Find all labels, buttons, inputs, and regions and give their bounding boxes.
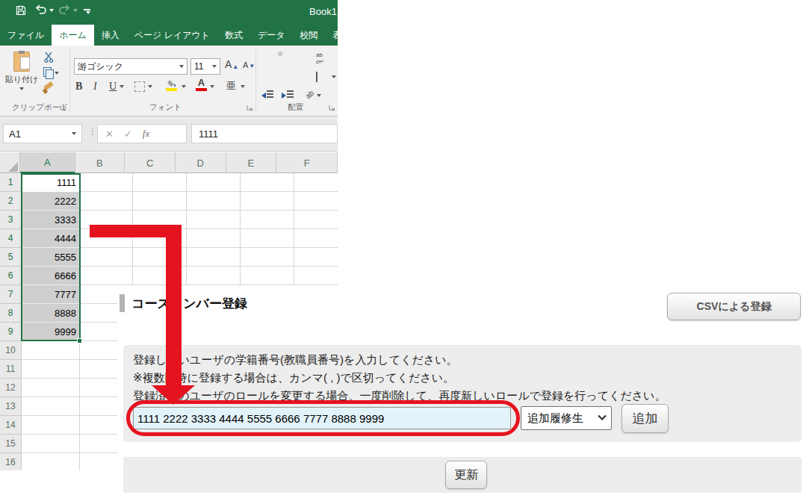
align-right-button[interactable] [295,69,300,74]
align-top-button[interactable] [261,52,265,56]
fill-color-button[interactable] [166,79,177,91]
row-header[interactable]: 12 [0,379,21,397]
cell-a9[interactable]: 9999 [22,323,80,341]
grow-font-button[interactable]: A▲ [225,58,238,70]
workbook-title: Book1 [309,6,337,17]
cell-a5[interactable]: 5555 [22,248,80,267]
cell-a8[interactable]: 8888 [22,304,80,323]
clipboard-icon [13,52,30,72]
tab-file[interactable]: ファイル [0,25,52,46]
formula-row-separator: ⋮ [88,126,97,137]
column-header-e[interactable]: E [226,152,277,173]
align-center-button[interactable] [278,69,282,74]
role-select[interactable]: 追加履修生 [521,406,612,430]
column-header-b[interactable]: B [75,152,125,173]
tab-home[interactable]: ホーム [52,25,94,46]
cell-a3[interactable]: 3333 [22,211,80,229]
tab-data[interactable]: データ [250,25,293,46]
cut-icon[interactable] [43,52,55,63]
redo-icon[interactable] [58,4,78,16]
row-header[interactable]: 9 [0,323,21,341]
instruction-line-2: ※複数同時に登録する場合は、カンマ( , )で区切ってください。 [133,369,666,387]
font-name-value: 游ゴシック [78,60,123,73]
column-headers: A B C D E F [0,152,338,173]
cell-a1[interactable]: 1111 [22,173,80,192]
underline-button[interactable]: U [109,81,117,93]
tab-review[interactable]: 校閲 [293,25,326,46]
page-heading: コースメンバー登録 [120,294,247,312]
italic-button[interactable]: I [93,81,97,93]
font-color-button[interactable]: A [196,78,207,91]
merge-center-button[interactable] [314,70,320,84]
tab-insert[interactable]: 挿入 [94,25,127,46]
cell-a4[interactable]: 4444 [22,229,80,248]
enter-icon[interactable]: ✓ [124,128,132,140]
add-button[interactable]: 追加 [622,404,669,433]
alignment-dialog-launcher-icon[interactable] [329,104,335,113]
fill-handle[interactable] [77,338,82,343]
name-box[interactable]: A1 [3,124,82,143]
row-header[interactable]: 4 [0,229,21,248]
borders-button[interactable] [134,81,145,92]
row-header[interactable]: 5 [0,248,21,267]
align-left-button[interactable] [261,69,265,74]
row-header[interactable]: 6 [0,267,21,285]
insert-function-icon[interactable]: fx [143,128,149,140]
copy-icon[interactable] [43,67,59,78]
csv-register-button[interactable]: CSVによる登録 [667,293,801,320]
phonetic-caret-icon[interactable] [241,85,245,88]
row-header[interactable]: 1 [0,173,21,192]
decrease-indent-button[interactable] [259,87,276,102]
wrap-text-button[interactable]: ab c↵ [314,50,326,68]
paste-button[interactable]: 貼り付け [4,52,39,104]
formula-bar-input[interactable]: 1111 [191,124,338,143]
tab-page-layout[interactable]: ページ レイアウト [127,25,217,46]
font-dialog-launcher-icon[interactable] [247,104,253,113]
row-header[interactable]: 15 [0,435,21,453]
tab-formulas[interactable]: 数式 [217,25,250,46]
column-header-d[interactable]: D [176,152,226,173]
undo-icon[interactable] [34,4,54,16]
formula-buttons: ✕ ✓ fx [97,124,187,143]
orientation-button[interactable]: ab [303,87,323,101]
shrink-font-button[interactable]: A▼ [243,60,255,69]
clipboard-dialog-launcher-icon[interactable] [60,104,66,113]
row-header[interactable]: 8 [0,304,21,323]
cell-a2[interactable]: 2222 [22,192,80,211]
bold-button[interactable]: B [75,81,82,93]
cancel-icon[interactable]: ✕ [105,128,114,140]
font-color-caret-icon[interactable] [210,85,214,88]
cell-a6[interactable]: 6666 [22,267,80,285]
font-size-box[interactable]: 11 [190,58,220,75]
fill-color-caret-icon[interactable] [182,85,186,88]
row-header[interactable]: 10 [0,341,21,360]
phonetic-button[interactable]: 亜 [226,79,236,93]
row-header[interactable]: 2 [0,192,21,211]
column-header-f[interactable]: F [276,152,338,173]
borders-caret-icon[interactable] [148,85,152,88]
member-id-input[interactable] [133,407,511,429]
wrap-text-label-top: ab [316,52,323,58]
row-header[interactable]: 11 [0,360,21,379]
row-header[interactable]: 13 [0,397,21,416]
column-header-a[interactable]: A [20,152,75,173]
tab-view[interactable]: 表示 [326,25,338,46]
row-header[interactable]: 7 [0,285,21,304]
cell-a7[interactable]: 7777 [22,285,80,304]
font-name-box[interactable]: 游ゴシック [74,58,187,75]
format-painter-icon[interactable] [43,83,54,93]
increase-indent-button[interactable] [279,87,296,102]
excel-titlebar: Book1 [0,0,338,25]
save-icon[interactable] [15,4,27,16]
row-header[interactable]: 16 [0,453,21,470]
align-middle-button[interactable] [278,52,282,56]
select-all-corner[interactable] [0,152,20,173]
update-button[interactable]: 更新 [445,461,487,489]
alignment-group-label: 配置 [288,102,303,113]
column-header-c[interactable]: C [125,152,176,173]
underline-caret-icon[interactable] [120,85,124,88]
align-bottom-button[interactable] [295,52,300,56]
customize-qat-icon[interactable] [84,7,90,14]
row-header[interactable]: 3 [0,211,21,229]
row-header[interactable]: 14 [0,416,21,435]
